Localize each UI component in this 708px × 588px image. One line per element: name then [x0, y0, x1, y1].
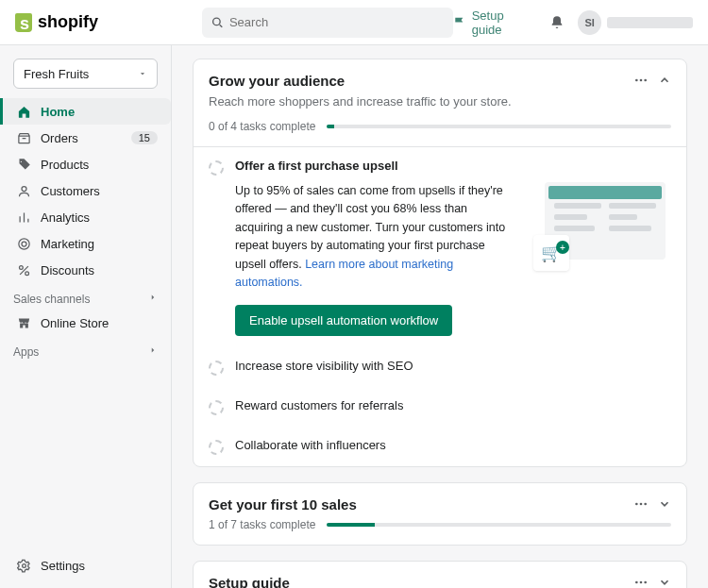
svg-point-4 — [19, 265, 23, 269]
primary-nav: Home Orders 15 Products Customers Analyt… — [0, 98, 171, 283]
chevron-down-icon — [658, 576, 671, 588]
progress-bar — [327, 125, 671, 128]
card-grow-audience: Grow your audience Reach more shoppers a… — [193, 59, 687, 467]
shopify-bag-icon — [15, 13, 32, 32]
search-icon — [211, 16, 224, 29]
svg-point-1 — [22, 186, 26, 191]
setup-guide-label: Setup guide — [472, 8, 536, 37]
avatar[interactable]: SI — [578, 10, 602, 35]
enable-upsell-button[interactable]: Enable upsell automation workflow — [235, 305, 452, 336]
bell-icon — [549, 15, 565, 30]
percent-icon — [17, 263, 31, 277]
card-title: Grow your audience — [209, 73, 633, 89]
plus-badge-icon: + — [556, 241, 569, 254]
home-icon — [17, 105, 31, 119]
chevron-down-icon — [658, 497, 671, 511]
progress-text: 0 of 4 tasks complete — [209, 120, 315, 133]
card-subtitle: Reach more shoppers and increase traffic… — [209, 94, 633, 109]
svg-point-7 — [635, 79, 638, 82]
task-description: Up to 95% of sales can come from upsells… — [235, 182, 518, 292]
progress-bar — [327, 523, 671, 527]
task-influencers[interactable]: Collaborate with influencers — [194, 427, 686, 466]
nav-discounts[interactable]: Discounts — [0, 257, 171, 283]
task-status-icon — [209, 160, 224, 176]
user-icon — [17, 184, 31, 198]
apps-header[interactable]: Apps — [0, 336, 171, 362]
card-menu-button[interactable] — [633, 73, 649, 88]
tag-icon — [17, 158, 31, 172]
progress-text: 1 of 7 tasks complete — [209, 518, 315, 531]
nav-settings[interactable]: Settings — [0, 552, 171, 579]
svg-point-8 — [640, 79, 643, 82]
task-seo[interactable]: Increase store visibility with SEO — [194, 347, 686, 387]
dots-icon — [633, 73, 649, 88]
svg-point-13 — [635, 581, 638, 584]
nav-orders[interactable]: Orders 15 — [0, 125, 171, 151]
dots-icon — [633, 496, 649, 512]
flag-icon — [453, 16, 466, 29]
search-field[interactable] — [202, 8, 453, 38]
svg-point-9 — [644, 79, 647, 82]
store-selector[interactable]: Fresh Fruits — [13, 59, 158, 89]
card-title: Get your first 10 sales — [209, 496, 633, 512]
card-expand-button[interactable] — [658, 497, 671, 511]
chevron-right-icon — [148, 293, 158, 302]
store-name-placeholder — [607, 17, 693, 28]
card-menu-button[interactable] — [633, 496, 649, 512]
inbox-icon — [17, 131, 31, 145]
store-icon — [17, 316, 31, 330]
task-status-icon — [209, 400, 224, 415]
notifications-button[interactable] — [549, 15, 565, 30]
svg-point-0 — [213, 18, 221, 25]
card-collapse-button[interactable] — [658, 74, 671, 87]
svg-point-2 — [18, 238, 28, 248]
caret-down-icon — [138, 69, 147, 78]
task-title: Offer a first purchase upsell — [235, 159, 671, 173]
task-title: Collaborate with influencers — [235, 438, 386, 452]
svg-point-6 — [22, 563, 25, 567]
nav-online-store[interactable]: Online Store — [0, 310, 171, 336]
card-title: Setup guide — [209, 575, 633, 588]
svg-point-14 — [640, 581, 643, 584]
orders-badge: 15 — [131, 131, 158, 144]
target-icon — [17, 237, 31, 251]
card-menu-button[interactable] — [633, 575, 649, 588]
search-input[interactable] — [229, 15, 444, 29]
card-setup-guide: Setup guide Use this personalized guide … — [193, 561, 687, 588]
main-content: Grow your audience Reach more shoppers a… — [172, 45, 708, 588]
svg-point-11 — [640, 503, 643, 506]
brand-logo[interactable]: shopify — [15, 12, 98, 32]
sidebar: Fresh Fruits Home Orders 15 Products Cus… — [0, 45, 172, 588]
task-status-icon — [209, 361, 224, 376]
svg-point-3 — [22, 242, 26, 246]
card-first-sales: Get your first 10 sales 1 of 7 tasks com… — [193, 482, 687, 546]
store-name: Fresh Fruits — [24, 67, 89, 81]
chevron-right-icon — [148, 345, 158, 355]
nav-analytics[interactable]: Analytics — [0, 204, 171, 230]
svg-point-12 — [644, 503, 647, 506]
task-title: Increase store visibility with SEO — [235, 359, 413, 373]
task-title: Reward customers for referrals — [235, 398, 403, 412]
bars-icon — [17, 210, 31, 225]
setup-guide-link[interactable]: Setup guide — [453, 8, 536, 37]
card-expand-button[interactable] — [658, 576, 671, 588]
nav-customers[interactable]: Customers — [0, 177, 171, 204]
nav-marketing[interactable]: Marketing — [0, 230, 171, 257]
svg-point-5 — [25, 271, 28, 275]
task-status-icon — [209, 440, 224, 455]
gear-icon — [17, 559, 31, 573]
dots-icon — [633, 575, 649, 588]
svg-point-15 — [644, 581, 647, 584]
nav-products[interactable]: Products — [0, 151, 171, 177]
task-upsell[interactable]: Offer a first purchase upsell Up to 95% … — [194, 147, 686, 347]
chevron-up-icon — [658, 74, 671, 87]
task-illustration: 🛒 + — [533, 182, 666, 275]
brand-name: shopify — [38, 12, 98, 32]
nav-home[interactable]: Home — [0, 98, 171, 125]
svg-point-10 — [635, 503, 638, 506]
sales-channels-header[interactable]: Sales channels — [0, 283, 171, 310]
task-referrals[interactable]: Reward customers for referrals — [194, 387, 686, 427]
top-header: shopify Setup guide SI — [0, 0, 708, 45]
